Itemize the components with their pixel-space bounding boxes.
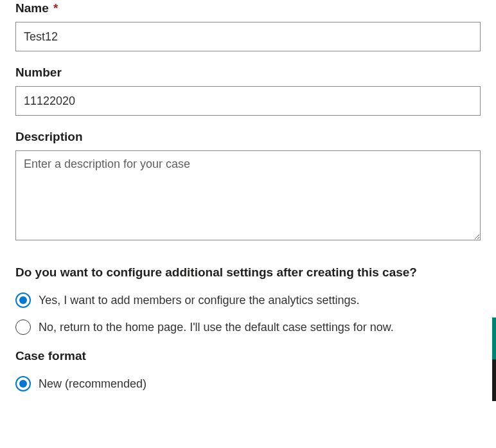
configure-option-yes[interactable]: Yes, I want to add members or configure … — [15, 292, 481, 308]
configure-option-no[interactable]: No, return to the home page. I'll use th… — [15, 319, 481, 335]
radio-no-circle — [15, 319, 31, 335]
radio-yes-circle — [15, 292, 31, 308]
description-textarea[interactable] — [15, 150, 481, 240]
side-accent-teal — [492, 318, 496, 359]
name-label: Name * — [15, 1, 481, 15]
side-accent-dark — [492, 359, 496, 401]
description-field-group: Description — [15, 130, 481, 242]
description-label: Description — [15, 130, 481, 144]
format-label: Case format — [15, 349, 481, 363]
number-field-group: Number — [15, 66, 481, 116]
configure-no-label: No, return to the home page. I'll use th… — [39, 321, 394, 334]
number-label: Number — [15, 66, 481, 80]
number-input[interactable] — [15, 86, 481, 116]
name-field-group: Name * — [15, 1, 481, 51]
side-accent — [492, 318, 496, 401]
radio-new-dot — [19, 380, 27, 388]
radio-new-circle — [15, 376, 31, 391]
radio-yes-dot — [19, 296, 27, 304]
format-option-new[interactable]: New (recommended) — [15, 376, 481, 391]
name-input[interactable] — [15, 22, 481, 51]
configure-question: Do you want to configure additional sett… — [15, 265, 481, 280]
configure-yes-label: Yes, I want to add members or configure … — [39, 294, 360, 307]
name-label-text: Name — [15, 1, 49, 15]
format-new-label: New (recommended) — [39, 377, 146, 391]
required-indicator: * — [53, 1, 58, 15]
